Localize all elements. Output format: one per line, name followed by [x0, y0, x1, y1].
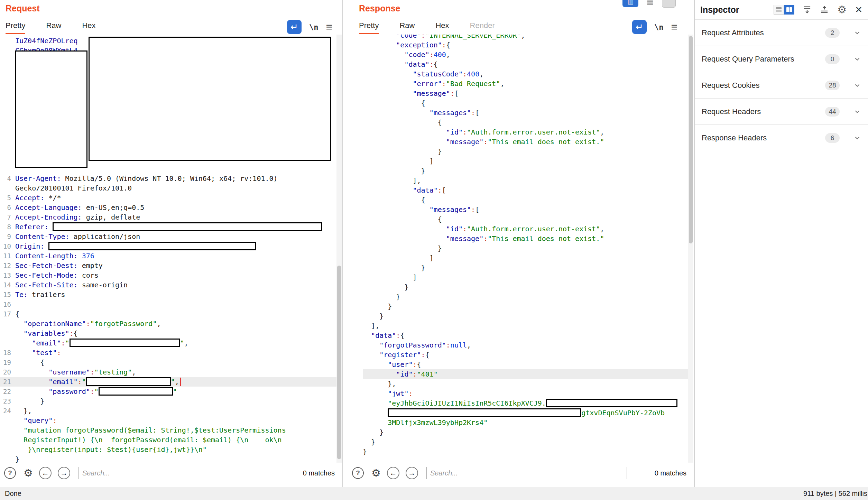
code-line[interactable]: "user":{	[363, 360, 693, 369]
code-line[interactable]: "query":	[0, 416, 342, 425]
collapse-all-icon[interactable]	[820, 5, 829, 14]
code-line[interactable]: 18 "test":	[0, 348, 342, 358]
gear-icon[interactable]: ⚙	[837, 4, 847, 15]
inspector-section-request-cookies[interactable]: Request Cookies 28	[695, 72, 868, 99]
panel-divider[interactable]	[342, 0, 343, 487]
code-line[interactable]: gtxvDEqnSVuPbY-2ZoVb	[363, 408, 693, 418]
code-line[interactable]: 11Content-Length: 376	[0, 251, 342, 261]
next-match-button[interactable]: →	[406, 467, 418, 479]
code-line[interactable]: "operationName":"forgotPassword",	[0, 319, 342, 328]
code-line[interactable]: 7Accept-Encoding: gzip, deflate	[0, 212, 342, 222]
help-icon[interactable]: ?	[352, 467, 364, 479]
code-line[interactable]: "message":[	[363, 89, 693, 98]
code-line[interactable]: {	[363, 195, 693, 205]
code-line[interactable]: }	[363, 427, 693, 437]
tab-hex[interactable]: Hex	[435, 21, 449, 34]
close-icon[interactable]: ✕	[855, 5, 862, 14]
code-line[interactable]: "data":[	[363, 185, 693, 195]
code-line[interactable]: 17{	[0, 309, 342, 319]
tab-raw[interactable]: Raw	[46, 21, 61, 34]
code-line[interactable]: 24 },	[0, 406, 342, 416]
help-icon[interactable]: ?	[4, 467, 16, 479]
code-line[interactable]: 14Sec-Fetch-Site: same-origin	[0, 280, 342, 290]
code-line[interactable]: "code":400,	[363, 50, 693, 59]
code-line[interactable]: }	[363, 147, 693, 156]
wrap-text-icon[interactable]: ↵	[632, 20, 647, 34]
previous-match-button[interactable]: ←	[39, 467, 52, 479]
code-line[interactable]: 22 "password":""	[0, 387, 342, 396]
code-line[interactable]: ]	[363, 272, 693, 282]
code-line[interactable]: 15Te: trailers	[0, 290, 342, 299]
code-line[interactable]: "register":{	[363, 350, 693, 360]
request-scrollbar[interactable]	[336, 35, 342, 463]
show-newlines-icon[interactable]: \n	[309, 23, 318, 31]
tab-hex[interactable]: Hex	[82, 21, 95, 34]
code-line[interactable]: }	[363, 263, 693, 272]
code-line[interactable]: "error":"Bad Request",	[363, 79, 693, 89]
code-line[interactable]: ]	[363, 156, 693, 166]
scrollbar-thumb[interactable]	[337, 266, 341, 459]
code-line[interactable]: RegisterInput!) {\n forgotPassword(email…	[0, 435, 342, 445]
code-line-selected[interactable]: 21 "email":"",	[0, 377, 342, 387]
request-code-area[interactable]: IuZ04fNeZPOLreqCGhxmOoQ8WXmtL44User-Agen…	[0, 35, 342, 463]
inspector-section-response-headers[interactable]: Response Headers 6	[695, 125, 868, 151]
response-code-area[interactable]: "code":"INTERNAL_SERVER_ERROR", "excepti…	[344, 35, 693, 463]
code-line[interactable]: "variables":{	[0, 328, 342, 338]
tab-pretty[interactable]: Pretty	[6, 21, 25, 34]
code-line[interactable]: }	[363, 311, 693, 321]
search-input[interactable]	[79, 467, 279, 479]
code-line[interactable]: "data":{	[363, 59, 693, 69]
code-line[interactable]: "forgotPassword":null,	[363, 340, 693, 350]
two-column-layout-icon[interactable]	[784, 5, 794, 15]
code-line[interactable]: "exception":{	[363, 40, 693, 50]
editor-menu-icon[interactable]: ≡	[326, 21, 333, 33]
code-line[interactable]: "message":"This email does not exist."	[363, 137, 693, 147]
rows-layout-button[interactable]	[662, 0, 676, 8]
code-line[interactable]: 19 {	[0, 358, 342, 367]
show-newlines-icon[interactable]: \n	[654, 23, 664, 31]
code-line[interactable]: 4User-Agent: Mozilla/5.0 (Windows NT 10.…	[0, 174, 342, 183]
inspector-section-request-headers[interactable]: Request Headers 44	[695, 99, 868, 125]
search-settings-gear-icon[interactable]: ⚙	[371, 468, 381, 478]
next-match-button[interactable]: →	[58, 467, 70, 479]
code-line[interactable]: "statusCode":400,	[363, 69, 693, 79]
code-line[interactable]: },	[363, 379, 693, 389]
code-line[interactable]: "id":"Auth.form.error.user.not-exist",	[363, 127, 693, 137]
code-line[interactable]: ],	[363, 321, 693, 331]
code-line[interactable]: {	[363, 214, 693, 224]
columns-layout-button[interactable]: ▥	[622, 0, 638, 7]
code-line[interactable]: }	[0, 454, 342, 463]
code-line[interactable]: "messages":[	[363, 205, 693, 214]
tab-pretty[interactable]: Pretty	[359, 21, 379, 34]
code-line[interactable]: 20 "username":"testing",	[0, 367, 342, 377]
single-column-layout-icon[interactable]	[774, 5, 784, 15]
code-line[interactable]: Gecko/20100101 Firefox/101.0	[0, 183, 342, 193]
code-line[interactable]: }\nregister(input: $test){user{id},jwt}}…	[0, 445, 342, 454]
wrap-text-icon[interactable]: ↵	[287, 20, 302, 34]
search-settings-gear-icon[interactable]: ⚙	[24, 468, 33, 478]
inspector-section-request-query-parameters[interactable]: Request Query Parameters 0	[695, 46, 868, 72]
response-scrollbar[interactable]	[688, 35, 693, 463]
code-line[interactable]: "code":"INTERNAL_SERVER_ERROR",	[363, 35, 693, 40]
code-line[interactable]: }	[363, 302, 693, 311]
expand-all-icon[interactable]	[803, 5, 812, 14]
code-line[interactable]: "jwt":	[363, 389, 693, 398]
code-line[interactable]: 8Referer:	[0, 222, 342, 232]
code-line[interactable]: 5Accept: */*	[0, 193, 342, 203]
code-line[interactable]: {	[363, 118, 693, 127]
code-line[interactable]: "email":"",	[0, 338, 342, 348]
code-line[interactable]: "mutation forgotPassword($email: String!…	[0, 425, 342, 435]
code-line[interactable]: 6Accept-Language: en-US,en;q=0.5	[0, 203, 342, 212]
tab-raw[interactable]: Raw	[399, 21, 415, 34]
code-line[interactable]: }	[363, 243, 693, 253]
inspector-section-request-attributes[interactable]: Request Attributes 2	[695, 20, 868, 46]
code-line[interactable]: 10Origin:	[0, 241, 342, 251]
tab-render[interactable]: Render	[470, 21, 495, 34]
code-line[interactable]: 12Sec-Fetch-Dest: empty	[0, 261, 342, 270]
code-line[interactable]: "data":{	[363, 331, 693, 340]
code-line[interactable]: "id":"Auth.form.error.user.not-exist",	[363, 224, 693, 234]
previous-match-button[interactable]: ←	[387, 467, 399, 479]
layout-menu-icon[interactable]: ≡	[647, 0, 654, 7]
code-line[interactable]: {	[363, 98, 693, 108]
scrollbar-thumb[interactable]	[689, 36, 693, 243]
